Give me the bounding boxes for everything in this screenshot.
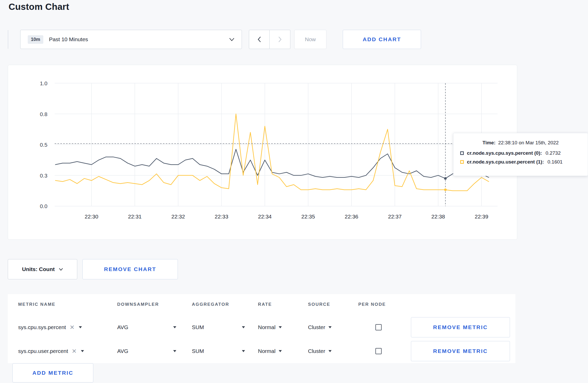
metric-name-value: sys.cpu.user.percent <box>18 348 68 354</box>
time-range-label: Past 10 Minutes <box>49 36 229 42</box>
chevron-down-icon <box>229 38 234 41</box>
caret-down-icon <box>279 350 282 352</box>
source-select[interactable]: Cluster <box>308 341 332 361</box>
aggregator-select[interactable]: SUM <box>192 317 245 338</box>
svg-text:22:31: 22:31 <box>128 214 142 219</box>
svg-text:22:39: 22:39 <box>475 214 488 219</box>
caret-down-icon <box>173 350 176 352</box>
source-value: Cluster <box>308 348 325 354</box>
caret-down-icon <box>79 326 82 328</box>
metric-row: sys.cpu.sys.percent ✕ AVG SUM Normal Clu… <box>8 317 515 338</box>
col-header-per-node: PER NODE <box>358 302 386 307</box>
rate-value: Normal <box>258 348 276 354</box>
aggregator-value: SUM <box>192 324 204 330</box>
units-select[interactable]: Units: Count <box>8 259 77 279</box>
next-time-button[interactable] <box>270 30 290 49</box>
tooltip-time-label: Time: <box>482 140 495 145</box>
time-range-select[interactable]: 10m Past 10 Minutes <box>20 30 242 49</box>
page-title: Custom Chart <box>9 2 69 12</box>
remove-chart-button[interactable]: REMOVE CHART <box>82 259 178 279</box>
per-node-checkbox[interactable] <box>375 324 382 330</box>
svg-text:0.8: 0.8 <box>40 111 47 117</box>
chart-tooltip: Time:22:38:10 on Mar 15th, 2022 cr.node.… <box>453 133 588 176</box>
downsampler-value: AVG <box>117 324 128 330</box>
prev-time-button[interactable] <box>249 30 270 49</box>
tooltip-time-row: Time:22:38:10 on Mar 15th, 2022 <box>460 140 581 146</box>
tooltip-time-value: 22:38:10 on Mar 15th, 2022 <box>498 140 558 145</box>
svg-text:22:35: 22:35 <box>301 214 315 219</box>
svg-text:1.0: 1.0 <box>40 80 47 86</box>
per-node-cell <box>375 341 382 361</box>
source-value: Cluster <box>308 324 325 330</box>
downsampler-select[interactable]: AVG <box>117 341 176 361</box>
add-metric-button[interactable]: ADD METRIC <box>12 363 93 382</box>
col-header-downsampler: DOWNSAMPLER <box>117 302 159 307</box>
chevron-right-icon <box>278 37 282 42</box>
tooltip-series-row: cr.node.sys.cpu.sys.percent (0): 0.2732 <box>460 150 581 156</box>
svg-text:22:38: 22:38 <box>431 214 445 219</box>
svg-text:0.5: 0.5 <box>40 142 47 148</box>
caret-down-icon <box>81 350 84 352</box>
chevron-down-icon <box>59 268 63 271</box>
source-select[interactable]: Cluster <box>308 317 332 338</box>
metric-row: sys.cpu.user.percent ✕ AVG SUM Normal Cl… <box>8 341 515 361</box>
col-header-rate: RATE <box>258 302 272 307</box>
tooltip-series-name: cr.node.sys.cpu.user.percent (1): <box>467 159 544 165</box>
per-node-checkbox[interactable] <box>375 348 382 354</box>
rate-value: Normal <box>258 324 276 330</box>
chart-panel: 22:3022:3122:3222:3322:3422:3522:3622:37… <box>8 65 517 240</box>
time-nav-group <box>249 30 290 49</box>
svg-text:22:37: 22:37 <box>388 214 402 219</box>
caret-down-icon <box>279 326 282 328</box>
now-button[interactable]: Now <box>294 30 326 49</box>
time-range-badge: 10m <box>28 35 43 44</box>
toolbar-divider <box>8 30 8 49</box>
per-node-cell <box>375 317 382 338</box>
tooltip-series-name: cr.node.sys.cpu.sys.percent (0): <box>467 150 542 156</box>
caret-down-icon <box>242 326 245 328</box>
clear-metric-icon[interactable]: ✕ <box>69 324 74 330</box>
caret-down-icon <box>242 350 245 352</box>
svg-text:0.0: 0.0 <box>40 203 47 209</box>
svg-text:22:33: 22:33 <box>215 214 228 219</box>
col-header-source: SOURCE <box>308 302 330 307</box>
metric-name-select[interactable]: sys.cpu.user.percent ✕ <box>18 341 84 361</box>
series-sys-swatch-icon <box>460 151 464 155</box>
tooltip-series-value: 0.1601 <box>548 159 563 165</box>
chevron-left-icon <box>257 37 261 42</box>
metrics-table: METRIC NAME DOWNSAMPLER AGGREGATOR RATE … <box>8 294 515 363</box>
add-chart-button[interactable]: ADD CHART <box>343 30 421 49</box>
col-header-metric-name: METRIC NAME <box>18 302 55 307</box>
metric-name-value: sys.cpu.sys.percent <box>18 324 66 330</box>
col-header-aggregator: AGGREGATOR <box>192 302 229 307</box>
units-label: Units: Count <box>22 266 55 272</box>
caret-down-icon <box>328 350 332 352</box>
remove-metric-button[interactable]: REMOVE METRIC <box>411 341 510 361</box>
tooltip-series-value: 0.2732 <box>545 150 561 156</box>
caret-down-icon <box>328 326 332 328</box>
series-user-swatch-icon <box>460 160 464 164</box>
svg-text:22:34: 22:34 <box>258 214 272 219</box>
rate-select[interactable]: Normal <box>258 341 282 361</box>
svg-text:22:30: 22:30 <box>85 214 98 219</box>
aggregator-value: SUM <box>192 348 204 354</box>
svg-text:22:32: 22:32 <box>171 214 185 219</box>
metric-name-select[interactable]: sys.cpu.sys.percent ✕ <box>18 317 82 338</box>
downsampler-select[interactable]: AVG <box>117 317 176 338</box>
svg-text:22:36: 22:36 <box>345 214 358 219</box>
rate-select[interactable]: Normal <box>258 317 282 338</box>
timeseries-chart-canvas[interactable]: 22:3022:3122:3222:3322:3422:3522:3622:37… <box>8 65 517 240</box>
svg-text:0.3: 0.3 <box>40 173 47 179</box>
tooltip-series-row: cr.node.sys.cpu.user.percent (1): 0.1601 <box>460 159 581 165</box>
caret-down-icon <box>173 326 176 328</box>
aggregator-select[interactable]: SUM <box>192 341 245 361</box>
clear-metric-icon[interactable]: ✕ <box>72 348 77 354</box>
remove-metric-button[interactable]: REMOVE METRIC <box>411 317 510 337</box>
downsampler-value: AVG <box>117 348 128 354</box>
